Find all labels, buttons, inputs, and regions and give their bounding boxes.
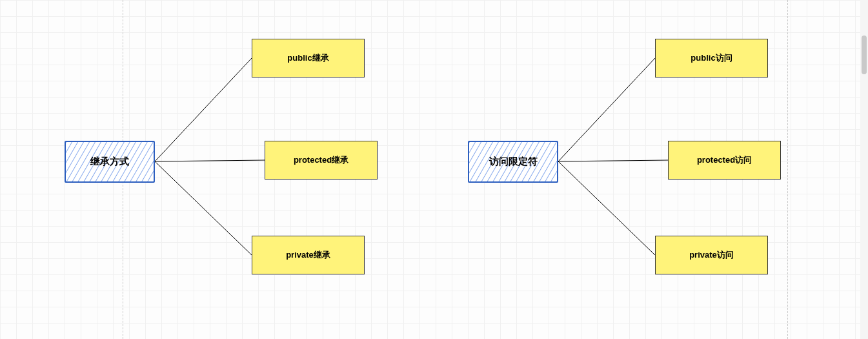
- node-label: public继承: [287, 52, 328, 64]
- vertical-scrollbar[interactable]: [860, 0, 868, 339]
- scrollbar-thumb[interactable]: [862, 36, 867, 74]
- svg-line-4: [558, 160, 668, 161]
- svg-line-2: [155, 161, 252, 255]
- node-public-inherit[interactable]: public继承: [252, 39, 365, 77]
- node-protected-inherit[interactable]: protected继承: [265, 141, 378, 180]
- node-label: protected访问: [697, 154, 752, 166]
- svg-line-3: [558, 58, 655, 161]
- node-protected-access[interactable]: protected访问: [668, 141, 781, 180]
- svg-line-0: [155, 58, 252, 161]
- node-inheritance-mode[interactable]: 继承方式: [65, 141, 155, 183]
- node-label: private访问: [689, 249, 734, 261]
- node-label: protected继承: [294, 154, 348, 166]
- node-label: public访问: [691, 52, 732, 64]
- page-guide-right: [787, 0, 788, 339]
- node-public-access[interactable]: public访问: [655, 39, 768, 77]
- svg-line-5: [558, 161, 655, 255]
- node-private-access[interactable]: private访问: [655, 236, 768, 274]
- svg-line-1: [155, 160, 265, 161]
- node-access-specifier[interactable]: 访问限定符: [468, 141, 558, 183]
- node-label: 继承方式: [90, 156, 129, 168]
- node-label: private继承: [286, 249, 330, 261]
- node-private-inherit[interactable]: private继承: [252, 236, 365, 274]
- diagram-canvas[interactable]: 继承方式 public继承 protected继承 private继承 访问限定…: [0, 0, 868, 339]
- node-label: 访问限定符: [489, 156, 538, 168]
